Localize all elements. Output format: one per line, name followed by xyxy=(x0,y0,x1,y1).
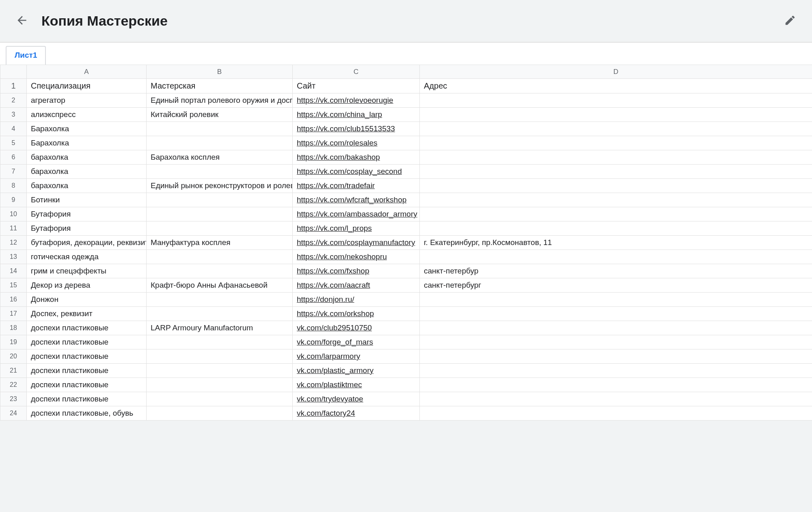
row-number[interactable]: 1 xyxy=(0,79,27,93)
cell[interactable]: Единый портал ролевого оружия и доспех xyxy=(147,93,293,108)
cell[interactable] xyxy=(420,392,812,406)
cell[interactable]: доспехи пластиковые xyxy=(27,364,147,378)
cell[interactable]: Ботинки xyxy=(27,193,147,207)
cell[interactable] xyxy=(420,250,812,264)
sheet-table[interactable]: A B C D 1СпециализацияМастерскаяСайтАдре… xyxy=(0,65,812,421)
cell[interactable] xyxy=(147,264,293,278)
cell[interactable]: Доспех, реквизит xyxy=(27,307,147,321)
cell[interactable]: доспехи пластиковые xyxy=(27,335,147,349)
cell[interactable] xyxy=(147,136,293,150)
cell[interactable]: Барахолка xyxy=(27,122,147,136)
cell[interactable] xyxy=(147,293,293,307)
cell[interactable]: доспехи пластиковые xyxy=(27,392,147,406)
cell-link[interactable]: https://vk.com/wfcraft_workshop xyxy=(293,193,420,207)
cell[interactable] xyxy=(147,364,293,378)
cell[interactable] xyxy=(420,221,812,236)
cell[interactable] xyxy=(420,193,812,207)
cell[interactable]: Декор из дерева xyxy=(27,278,147,293)
cell-link[interactable]: https://vk.com/bakashop xyxy=(293,150,420,165)
cell-link[interactable]: https://vk.com/tradefair xyxy=(293,179,420,193)
cell[interactable] xyxy=(420,293,812,307)
cell[interactable] xyxy=(147,392,293,406)
cell[interactable]: Единый рынок реконструкторов и ролеви xyxy=(147,179,293,193)
cell[interactable]: готическая одежда xyxy=(27,250,147,264)
cell[interactable] xyxy=(147,207,293,221)
cell[interactable] xyxy=(420,93,812,108)
cell-link[interactable]: vk.com/factory24 xyxy=(293,406,420,421)
cell-link[interactable]: https://vk.com/cosplaymanufactory xyxy=(293,236,420,250)
row-number[interactable]: 23 xyxy=(0,392,27,406)
cell-link[interactable]: vk.com/plastiktmec xyxy=(293,378,420,392)
cell[interactable] xyxy=(420,165,812,179)
cell[interactable] xyxy=(147,335,293,349)
row-number[interactable]: 13 xyxy=(0,250,27,264)
cell[interactable]: доспехи пластиковые xyxy=(27,321,147,335)
cell[interactable] xyxy=(420,136,812,150)
cell[interactable]: доспехи пластиковые xyxy=(27,378,147,392)
corner-cell[interactable] xyxy=(0,65,27,79)
cell[interactable]: барахолка xyxy=(27,150,147,165)
cell[interactable]: LARP Armoury Manufactorum xyxy=(147,321,293,335)
row-number[interactable]: 12 xyxy=(0,236,27,250)
cell[interactable] xyxy=(147,165,293,179)
cell[interactable]: санкт-петербург xyxy=(420,278,812,293)
row-number[interactable]: 3 xyxy=(0,108,27,122)
col-header-D[interactable]: D xyxy=(420,65,812,79)
row-number[interactable]: 22 xyxy=(0,378,27,392)
col-header-B[interactable]: B xyxy=(147,65,293,79)
row-number[interactable]: 11 xyxy=(0,221,27,236)
cell[interactable]: барахолка xyxy=(27,165,147,179)
cell-link[interactable]: vk.com/larparmory xyxy=(293,349,420,364)
row-number[interactable]: 21 xyxy=(0,364,27,378)
cell-link[interactable]: https://vk.com/club15513533 xyxy=(293,122,420,136)
cell[interactable]: агрегатор xyxy=(27,93,147,108)
row-number[interactable]: 16 xyxy=(0,293,27,307)
cell[interactable] xyxy=(147,307,293,321)
cell-link[interactable]: https://vk.com/china_larp xyxy=(293,108,420,122)
cell[interactable]: Донжон xyxy=(27,293,147,307)
cell-link[interactable]: https://vk.com/nekoshopru xyxy=(293,250,420,264)
cell[interactable]: Барахолка косплея xyxy=(147,150,293,165)
row-number[interactable]: 4 xyxy=(0,122,27,136)
col-header-C[interactable]: C xyxy=(293,65,420,79)
cell[interactable]: Бутафория xyxy=(27,221,147,236)
cell-link[interactable]: https://vk.com/fxshop xyxy=(293,264,420,278)
cell[interactable] xyxy=(420,321,812,335)
cell[interactable]: Бутафория xyxy=(27,207,147,221)
cell[interactable]: грим и спецэффекты xyxy=(27,264,147,278)
cell[interactable]: барахолка xyxy=(27,179,147,193)
cell[interactable] xyxy=(420,349,812,364)
row-number[interactable]: 10 xyxy=(0,207,27,221)
row-number[interactable]: 9 xyxy=(0,193,27,207)
cell[interactable] xyxy=(420,406,812,421)
cell[interactable]: Барахолка xyxy=(27,136,147,150)
row-number[interactable]: 20 xyxy=(0,349,27,364)
cell-link[interactable]: https://donjon.ru/ xyxy=(293,293,420,307)
row-number[interactable]: 7 xyxy=(0,165,27,179)
col-header-A[interactable]: A xyxy=(27,65,147,79)
cell-link[interactable]: https://vk.com/aacraft xyxy=(293,278,420,293)
cell[interactable] xyxy=(420,150,812,165)
cell[interactable]: доспехи пластиковые xyxy=(27,349,147,364)
cell[interactable] xyxy=(147,193,293,207)
cell-link[interactable]: https://vk.com/rolevoeorugie xyxy=(293,93,420,108)
cell-link[interactable]: https://vk.com/cosplay_second xyxy=(293,165,420,179)
cell[interactable]: бутафория, декорации, реквизит xyxy=(27,236,147,250)
row-number[interactable]: 24 xyxy=(0,406,27,421)
cell[interactable] xyxy=(420,179,812,193)
cell[interactable] xyxy=(420,364,812,378)
cell[interactable] xyxy=(147,378,293,392)
cell-link[interactable]: vk.com/plastic_armory xyxy=(293,364,420,378)
cell[interactable] xyxy=(420,122,812,136)
cell[interactable]: доспехи пластиковые, обувь xyxy=(27,406,147,421)
cell[interactable] xyxy=(147,122,293,136)
cell[interactable] xyxy=(420,335,812,349)
cell[interactable]: г. Екатеринбург, пр.Космонавтов, 11 xyxy=(420,236,812,250)
row-number[interactable]: 14 xyxy=(0,264,27,278)
cell[interactable] xyxy=(147,406,293,421)
cell[interactable]: Сайт xyxy=(293,79,420,93)
cell-link[interactable]: vk.com/trydevyatoe xyxy=(293,392,420,406)
row-number[interactable]: 15 xyxy=(0,278,27,293)
back-button[interactable] xyxy=(12,11,32,31)
cell[interactable] xyxy=(147,250,293,264)
